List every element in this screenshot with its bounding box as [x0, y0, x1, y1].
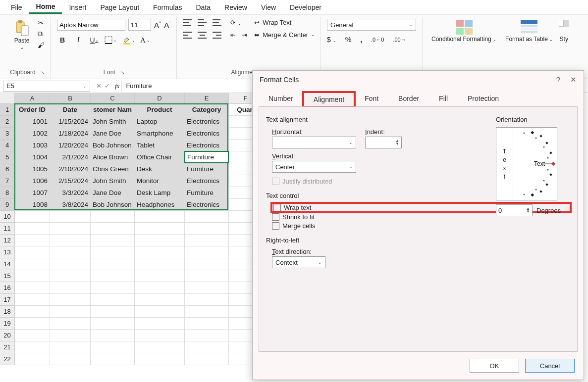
cell-styles-button[interactable]: Sty: [559, 19, 569, 44]
menu-developer[interactable]: Developer: [283, 1, 328, 13]
cell[interactable]: [185, 318, 229, 330]
cell[interactable]: [15, 246, 50, 258]
cell[interactable]: [91, 235, 135, 246]
merge-cells-checkbox[interactable]: Merge cells: [272, 222, 570, 230]
cell[interactable]: 1006: [15, 175, 50, 187]
cell[interactable]: [91, 211, 135, 223]
row-header[interactable]: 13: [0, 246, 15, 258]
cell[interactable]: [91, 282, 135, 294]
align-left-icon[interactable]: [183, 32, 192, 39]
cell[interactable]: Smartphone: [135, 128, 185, 140]
cell[interactable]: Jane Doe: [91, 128, 135, 140]
row-header[interactable]: 22: [0, 353, 15, 365]
cell[interactable]: Furniture: [185, 187, 229, 199]
row-header[interactable]: 1: [0, 104, 15, 116]
cell[interactable]: [50, 211, 91, 223]
cell[interactable]: [15, 353, 50, 365]
cell[interactable]: [91, 246, 135, 258]
percent-format-button[interactable]: %: [345, 36, 351, 44]
ok-button[interactable]: OK: [470, 359, 519, 373]
menu-insert[interactable]: Insert: [62, 1, 93, 13]
font-name-input[interactable]: [57, 19, 125, 31]
align-center-icon[interactable]: [198, 32, 207, 39]
align-middle-icon[interactable]: [198, 19, 207, 26]
cell[interactable]: [185, 235, 229, 246]
merge-center-button[interactable]: ⬌Merge & Center ⌄: [254, 31, 315, 39]
cell[interactable]: [91, 270, 135, 282]
cell[interactable]: [50, 306, 91, 318]
cell[interactable]: 1/18/2024: [50, 128, 91, 140]
paste-button[interactable]: Paste⌄: [10, 19, 34, 52]
cell[interactable]: John Smith: [91, 116, 135, 128]
menu-view[interactable]: View: [254, 1, 283, 13]
decrease-font-icon[interactable]: Aˇ: [164, 21, 170, 29]
cell[interactable]: [185, 258, 229, 270]
fill-color-button[interactable]: ⌄: [122, 36, 135, 45]
cell[interactable]: Headphones: [135, 199, 185, 211]
row-header[interactable]: 8: [0, 187, 15, 199]
tab-protection[interactable]: Protection: [458, 92, 509, 106]
menu-data[interactable]: Data: [189, 1, 217, 13]
format-as-table-button[interactable]: Format as Table ⌄: [502, 19, 556, 44]
cell[interactable]: [135, 318, 185, 330]
cell[interactable]: Desk Lamp: [135, 187, 185, 199]
cell[interactable]: Desk: [135, 163, 185, 175]
row-header[interactable]: 10: [0, 211, 15, 223]
degrees-spinner[interactable]: 0▲▼: [496, 204, 533, 216]
cell[interactable]: Product: [135, 104, 185, 116]
cell[interactable]: [135, 353, 185, 365]
row-header[interactable]: 4: [0, 140, 15, 151]
comma-format-button[interactable]: ,: [360, 36, 362, 44]
cell[interactable]: [185, 246, 229, 258]
row-header[interactable]: 14: [0, 258, 15, 270]
cell[interactable]: [185, 294, 229, 306]
row-header[interactable]: 3: [0, 128, 15, 140]
cell[interactable]: Jane Doe: [91, 187, 135, 199]
cell[interactable]: Bob Johnson: [91, 199, 135, 211]
cell[interactable]: Laptop: [135, 116, 185, 128]
cell-grid[interactable]: Order ID Date stomer Nam Product Categor…: [15, 104, 263, 365]
cell[interactable]: [91, 318, 135, 330]
row-header[interactable]: 20: [0, 330, 15, 341]
cell[interactable]: [50, 318, 91, 330]
cell[interactable]: [15, 258, 50, 270]
row-header[interactable]: 7: [0, 175, 15, 187]
row-header[interactable]: 17: [0, 294, 15, 306]
clipboard-launcher-icon[interactable]: ↘: [41, 70, 45, 75]
cell[interactable]: 1/20/2024: [50, 140, 91, 151]
menu-formulas[interactable]: Formulas: [146, 1, 189, 13]
tab-border[interactable]: Border: [388, 92, 429, 106]
cell[interactable]: [91, 306, 135, 318]
font-color-button[interactable]: A⌄: [140, 36, 150, 45]
cell[interactable]: [15, 306, 50, 318]
cancel-formula-icon[interactable]: ✕: [96, 82, 102, 90]
cell[interactable]: [50, 282, 91, 294]
cell[interactable]: [91, 294, 135, 306]
cell[interactable]: [15, 318, 50, 330]
cell[interactable]: [50, 353, 91, 365]
cell[interactable]: 1007: [15, 187, 50, 199]
cell[interactable]: [185, 270, 229, 282]
fx-icon[interactable]: fx: [113, 82, 121, 90]
cell[interactable]: [185, 223, 229, 235]
row-header[interactable]: 11: [0, 223, 15, 235]
cell[interactable]: Bob Johnson: [91, 140, 135, 151]
cell[interactable]: [15, 294, 50, 306]
cell[interactable]: [135, 282, 185, 294]
decrease-decimal-button[interactable]: .00→: [393, 37, 406, 43]
increase-indent-icon[interactable]: ⇥: [242, 31, 247, 39]
cell[interactable]: [91, 223, 135, 235]
cell[interactable]: 1001: [15, 116, 50, 128]
cell[interactable]: [15, 211, 50, 223]
cell[interactable]: [91, 258, 135, 270]
align-bottom-icon[interactable]: [213, 19, 221, 26]
cell[interactable]: [135, 211, 185, 223]
cell[interactable]: Chris Green: [91, 163, 135, 175]
conditional-formatting-button[interactable]: Conditional Formatting ⌄: [428, 19, 499, 44]
cell[interactable]: 3/8/2024: [50, 199, 91, 211]
cell[interactable]: Electronics: [185, 140, 229, 151]
row-header[interactable]: 5: [0, 151, 15, 163]
col-header-C[interactable]: C: [91, 93, 135, 104]
row-header[interactable]: 9: [0, 199, 15, 211]
cell[interactable]: 2/1/2024: [50, 151, 91, 163]
